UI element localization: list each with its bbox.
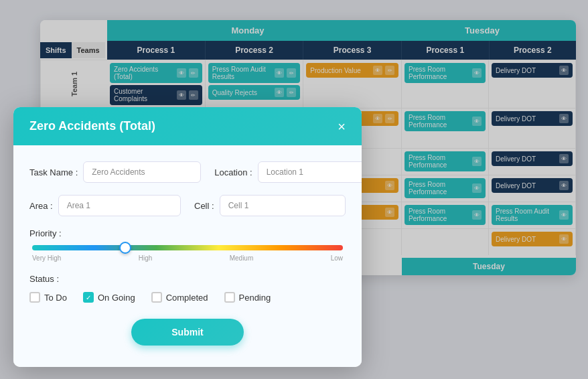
task-name-group: Task Name : [29,161,201,183]
form-row-2: Area : Cell : [29,195,346,216]
priority-label: Priority : [29,228,346,238]
status-ongoing[interactable]: ✓ On Going [83,292,135,303]
cell-label: Cell : [194,201,214,211]
cell-group: Cell : [194,195,346,216]
priority-medium: Medium [230,254,254,262]
submit-button[interactable]: Submit [131,319,243,346]
priority-very-high: Very High [32,254,61,262]
priority-track [32,245,343,250]
completed-label: Completed [166,293,208,303]
ongoing-checkbox[interactable]: ✓ [83,292,94,303]
modal-title: Zero Accidents (Total) [29,119,155,133]
status-section: Status : To Do ✓ On Going Completed Pend… [29,274,346,303]
modal-body: Task Name : Location : Area : Cell : Pri… [13,145,362,367]
priority-high: High [139,254,153,262]
completed-checkbox[interactable] [151,292,162,303]
priority-section: Priority : Very High High Medium Low [29,228,346,262]
task-name-label: Task Name : [29,167,78,177]
location-input[interactable] [258,161,362,183]
zero-accidents-modal: Zero Accidents (Total) × Task Name : Loc… [13,107,362,367]
cell-input[interactable] [220,195,346,216]
ongoing-label: On Going [98,293,135,303]
area-group: Area : [29,195,181,216]
pending-checkbox[interactable] [224,292,235,303]
todo-label: To Do [44,293,67,303]
status-label: Status : [29,274,346,284]
priority-thumb [119,242,131,254]
todo-checkbox[interactable] [29,292,40,303]
location-label: Location : [214,167,252,177]
status-completed[interactable]: Completed [151,292,208,303]
task-name-input[interactable] [83,161,201,183]
pending-label: Pending [239,293,271,303]
status-pending[interactable]: Pending [224,292,271,303]
status-todo[interactable]: To Do [29,292,67,303]
modal-header: Zero Accidents (Total) × [13,107,362,145]
location-group: Location : [214,161,362,183]
status-options: To Do ✓ On Going Completed Pending [29,292,346,303]
form-row-1: Task Name : Location : [29,161,346,183]
submit-row: Submit [29,308,346,351]
priority-labels: Very High High Medium Low [32,254,343,262]
area-input[interactable] [58,195,181,216]
modal-close-button[interactable]: × [338,120,346,133]
area-label: Area : [29,201,53,211]
priority-low: Low [331,254,343,262]
priority-slider-wrapper: Very High High Medium Low [29,245,346,262]
